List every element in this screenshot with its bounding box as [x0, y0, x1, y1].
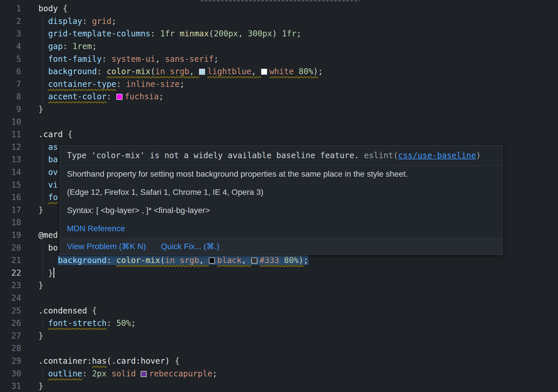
code-text: bo [21, 243, 58, 253]
code-token: @med [38, 230, 58, 240]
code-token: : [107, 92, 116, 101]
code-token [38, 54, 48, 64]
code-token: ; [111, 16, 116, 26]
color-swatch[interactable] [251, 257, 257, 264]
line-number[interactable]: 24 [0, 293, 21, 303]
view-problem-action[interactable]: View Problem (⌘K N) [67, 242, 146, 251]
eslint-rule-link[interactable]: css/use-baseline [398, 151, 476, 160]
code-token: white [261, 67, 294, 76]
code-text: container-type: inline-size; [21, 79, 185, 89]
line-number[interactable]: 6 [0, 67, 21, 76]
code-line[interactable]: 1body { [0, 2, 558, 15]
color-swatch[interactable] [141, 371, 147, 377]
code-text: gap: 1rem; [21, 42, 97, 51]
code-line[interactable]: 21 background: color-mix(in srgb, black,… [0, 254, 558, 267]
indent-guide [42, 40, 43, 53]
line-number[interactable]: 1 [0, 4, 21, 13]
code-line[interactable]: 23} [0, 279, 558, 292]
quick-fix-action[interactable]: Quick Fix... (⌘.) [161, 242, 219, 251]
line-number[interactable]: 8 [0, 92, 21, 101]
code-token: solid [111, 369, 136, 378]
code-token: background [58, 255, 107, 265]
color-swatch[interactable] [209, 257, 215, 264]
line-number[interactable]: 7 [0, 79, 21, 89]
code-line[interactable]: 29.container:has(.card:hover) { [0, 355, 558, 367]
code-token [38, 180, 48, 190]
line-number[interactable]: 12 [0, 142, 21, 152]
line-number[interactable]: 17 [0, 205, 21, 215]
code-token [38, 42, 48, 51]
code-token: : [116, 79, 126, 89]
code-line[interactable]: 27} [0, 329, 558, 342]
line-number[interactable]: 9 [0, 104, 21, 114]
color-swatch[interactable] [261, 69, 267, 75]
line-number[interactable]: 11 [0, 130, 21, 139]
code-line[interactable]: 6 background: color-mix(in srgb, lightbl… [0, 65, 558, 78]
line-number[interactable]: 30 [0, 369, 21, 378]
code-token: : [82, 16, 92, 26]
code-text: fo [21, 193, 58, 202]
code-line[interactable]: 9} [0, 103, 558, 116]
line-number[interactable]: 2 [0, 16, 21, 26]
code-line[interactable]: 5 font-family: system-ui, sans-serif; [0, 53, 558, 65]
code-line[interactable]: 24 [0, 292, 558, 305]
code-token: grid-template-columns [48, 29, 150, 38]
code-line[interactable]: 11.card { [0, 128, 558, 141]
code-token: : [150, 29, 160, 38]
line-number[interactable]: 25 [0, 306, 21, 316]
code-token: accent-color [48, 92, 107, 101]
browser-support: (Edge 12, Firefox 1, Safari 1, Chrome 1,… [67, 188, 495, 197]
code-token: ; [297, 29, 302, 38]
line-number[interactable]: 4 [0, 42, 21, 51]
line-number[interactable]: 3 [0, 29, 21, 38]
line-number[interactable]: 23 [0, 281, 21, 290]
code-line[interactable]: 10 [0, 115, 558, 128]
line-number[interactable]: 19 [0, 230, 21, 240]
code-line[interactable]: 7 container-type: inline-size; [0, 78, 558, 91]
code-line[interactable]: 2 display: grid; [0, 15, 558, 28]
line-number[interactable]: 27 [0, 331, 21, 341]
line-number[interactable]: 16 [0, 193, 21, 202]
mdn-reference-link[interactable]: MDN Reference [67, 224, 125, 233]
code-token: 80% [284, 255, 299, 265]
line-number[interactable]: 28 [0, 344, 21, 353]
code-token: : [107, 255, 116, 265]
indent-guide [42, 78, 43, 91]
indent-guide [42, 241, 43, 254]
indent-guide [42, 178, 43, 191]
code-token [38, 243, 48, 253]
code-text: background: color-mix(in srgb, lightblue… [21, 67, 323, 76]
code-line[interactable]: 25.condensed { [0, 304, 558, 317]
line-number[interactable]: 31 [0, 381, 21, 391]
code-token: } [38, 281, 43, 290]
code-text: as [21, 142, 58, 152]
code-token: , [189, 67, 199, 76]
code-token: 2px [92, 369, 107, 378]
code-line[interactable]: 28 [0, 342, 558, 355]
line-number[interactable]: 14 [0, 167, 21, 177]
line-number[interactable]: 13 [0, 155, 21, 164]
color-swatch[interactable] [199, 69, 205, 75]
code-line[interactable]: 26 font-stretch: 50%; [0, 317, 558, 330]
line-number[interactable]: 5 [0, 54, 21, 64]
line-number[interactable]: 21 [0, 255, 21, 265]
code-line[interactable]: 30 outline: 2px solid rebeccapurple; [0, 367, 558, 380]
code-token: , [155, 54, 165, 64]
code-line[interactable]: 31} [0, 380, 558, 392]
line-number[interactable]: 26 [0, 318, 21, 328]
code-line[interactable]: 4 gap: 1rem; [0, 40, 558, 53]
code-editor[interactable]: 1body {2 display: grid;3 grid-template-c… [0, 0, 558, 392]
code-line[interactable]: 8 accent-color: fuchsia; [0, 90, 558, 103]
line-number[interactable]: 18 [0, 218, 21, 227]
line-number[interactable]: 22 [0, 268, 21, 278]
code-line[interactable]: 22 } [0, 266, 558, 279]
hover-documentation: Shorthand property for setting most back… [60, 166, 502, 238]
code-token: ; [159, 92, 164, 101]
line-number[interactable]: 10 [0, 117, 21, 127]
color-swatch[interactable] [116, 94, 122, 100]
indent-guide [42, 27, 43, 40]
code-line[interactable]: 3 grid-template-columns: 1fr minmax(200p… [0, 27, 558, 40]
line-number[interactable]: 15 [0, 180, 21, 190]
line-number[interactable]: 20 [0, 243, 21, 253]
line-number[interactable]: 29 [0, 356, 21, 366]
